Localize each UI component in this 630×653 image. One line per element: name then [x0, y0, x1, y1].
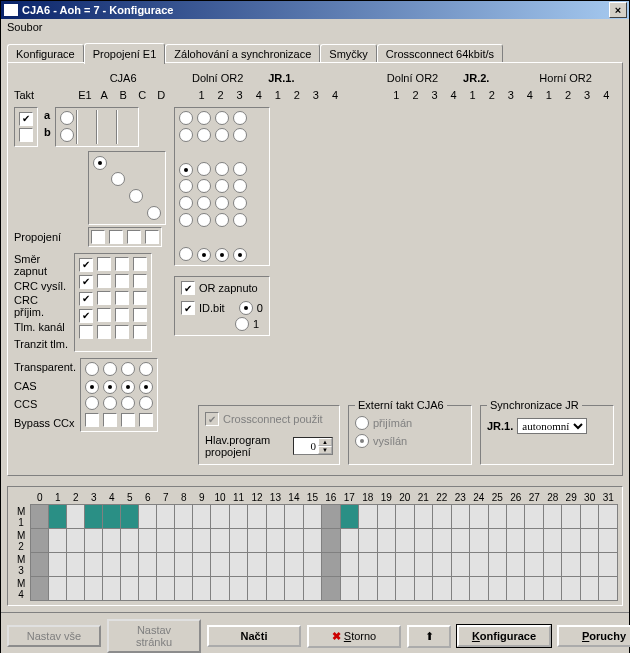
app-icon [3, 3, 19, 17]
hlav-program-spinner[interactable]: ▲▼ [293, 437, 333, 455]
titlebar: CJA6 - Aoh = 7 - Konfigurace × [1, 1, 629, 19]
bottom-toolbar: Nastav vše Nastav stránku Načti ✖ SStorn… [1, 612, 629, 653]
label-crc-vys: CRC vysíl. [14, 277, 74, 294]
ext-takt-vysilan [355, 434, 369, 448]
hdr-takt: Takt [14, 86, 75, 103]
hdr-dolni-or2-2: Dolní OR2 [387, 69, 463, 86]
grid-row-m2: M 2 [12, 529, 31, 553]
radio-b-A[interactable] [60, 128, 74, 142]
tab-konfigurace[interactable]: Konfigurace [7, 44, 84, 63]
cancel-icon: ✖ [332, 630, 341, 642]
takt-a-checkbox[interactable]: ✔ [19, 112, 33, 126]
idbit-1-radio[interactable] [235, 317, 249, 331]
idbit-0-radio[interactable] [239, 301, 253, 315]
nacti-button[interactable]: Načti [207, 625, 301, 647]
smer-A[interactable]: ✔ [79, 258, 93, 272]
radio-A-1[interactable] [93, 156, 107, 170]
propojeni-A[interactable] [91, 230, 105, 244]
storno-button[interactable]: ✖ SStornotorno [307, 625, 401, 648]
hdr-cja6: CJA6 [75, 69, 170, 86]
takt-b-checkbox[interactable] [19, 128, 33, 142]
label-crc-pri: CRC příjim. [14, 294, 74, 318]
cas-A[interactable] [85, 380, 99, 394]
label-hlav-program: Hlav.program propojení [205, 434, 289, 458]
label-row-a: a [44, 109, 51, 126]
label-crossconnect: Crossconnect použit [223, 413, 323, 425]
sync-jr1-select[interactable]: autonomní [517, 418, 587, 434]
hdr-horni-or2: Horní OR2 [539, 69, 616, 86]
nastav-vse-button: Nastav vše [7, 625, 101, 647]
close-button[interactable]: × [609, 2, 627, 18]
label-idbit: ID.bit [199, 302, 225, 314]
label-tranz: Tranzit tlm. [14, 335, 74, 352]
hdr-d: D [152, 86, 171, 103]
up-button[interactable]: ⬆ [407, 625, 451, 648]
idbit-checkbox[interactable]: ✔ [181, 301, 195, 315]
label-propojeni: Propojení [14, 231, 68, 243]
konfigurace-button[interactable]: Konfigurace [457, 625, 551, 647]
smer-B[interactable] [97, 257, 111, 271]
or-zapnuto-checkbox[interactable]: ✔ [181, 281, 195, 295]
label-cas: CAS [14, 377, 80, 396]
ccs-A[interactable] [85, 396, 99, 410]
poruchy-button[interactable]: Poruchy [557, 625, 630, 647]
grid-row-m4: M 4 [12, 577, 31, 601]
tab-strip: Konfigurace Propojení E1 Zálohování a sy… [7, 41, 623, 62]
radio-B-2[interactable] [111, 172, 125, 186]
nastav-stranku-button: Nastav stránku [107, 619, 201, 653]
label-bypass: Bypass CCx [14, 414, 80, 433]
crcvys-A[interactable]: ✔ [79, 275, 93, 289]
timeslot-grid: 0123456789101112131415161718192021222324… [12, 491, 618, 601]
hdr-jr1: JR.1. [268, 69, 344, 86]
label-or-zapnuto: OR zapnuto [199, 282, 258, 294]
hdr-b: B [114, 86, 133, 103]
tab-propojeni-e1[interactable]: Propojení E1 [84, 43, 166, 64]
radio-C-3[interactable] [129, 189, 143, 203]
hdr-c: C [133, 86, 152, 103]
tab-content: CJA6 Dolní OR2 JR.1. Dolní OR2 JR.2. Hor… [7, 62, 623, 476]
label-smer: Směr zapnut [14, 253, 74, 277]
transp-A[interactable] [85, 362, 99, 376]
propojeni-D[interactable] [145, 230, 159, 244]
menu-file[interactable]: Soubor [7, 21, 42, 33]
label-row-b: b [44, 126, 51, 143]
grid-row-m3: M 3 [12, 553, 31, 577]
label-sync-jr1: JR.1. [487, 420, 513, 432]
tab-zalohovani[interactable]: Zálohování a synchronizace [165, 44, 320, 63]
grid-row-m1: M 1 [12, 505, 31, 529]
legend-sync-jr: Synchronizace JR [487, 399, 582, 411]
crossconnect-checkbox: ✔ [205, 412, 219, 426]
tab-smycky[interactable]: Smyčky [320, 44, 377, 63]
hdr-jr2: JR.2. [463, 69, 539, 86]
label-transparent: Transparent. [14, 358, 80, 377]
label-tlm: Tlm. kanál [14, 318, 74, 335]
bypass-A[interactable] [85, 413, 99, 427]
legend-ext-takt: Externí takt CJA6 [355, 399, 447, 411]
crcpri-A[interactable]: ✔ [79, 292, 93, 306]
radio-D-4[interactable] [147, 206, 161, 220]
window-title: CJA6 - Aoh = 7 - Konfigurace [22, 4, 173, 16]
hdr-dolni-or2-1: Dolní OR2 [192, 69, 268, 86]
smer-D[interactable] [133, 257, 147, 271]
hdr-a: A [95, 86, 114, 103]
propojeni-B[interactable] [109, 230, 123, 244]
tab-crossconnect[interactable]: Crossconnect 64kbit/s [377, 44, 503, 63]
tlm-A[interactable]: ✔ [79, 309, 93, 323]
hdr-e1: E1 [75, 86, 94, 103]
radio-a-A[interactable] [60, 111, 74, 125]
smer-C[interactable] [115, 257, 129, 271]
ext-takt-prijiman [355, 416, 369, 430]
tranz-A[interactable] [79, 325, 93, 339]
propojeni-C[interactable] [127, 230, 141, 244]
label-ccs: CCS [14, 395, 80, 414]
menubar: Soubor [1, 19, 629, 35]
